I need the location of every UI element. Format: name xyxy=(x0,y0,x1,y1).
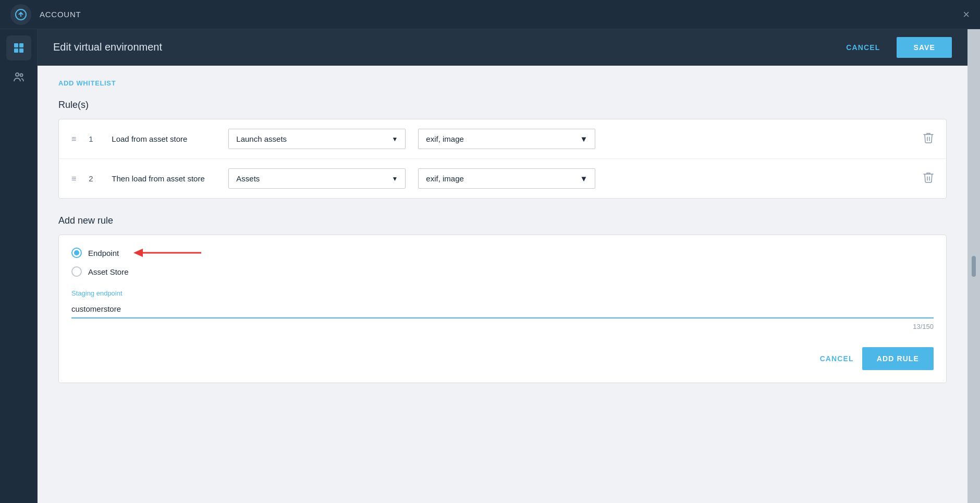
rule-tags-dropdown-2[interactable]: exif, image ▼ xyxy=(418,168,595,189)
add-rule-section-title: Add new rule xyxy=(58,215,947,226)
right-panel xyxy=(967,29,980,503)
add-rule-button[interactable]: ADD RULE xyxy=(862,347,934,370)
scrollbar-handle[interactable] xyxy=(972,256,976,277)
edit-header: Edit virtual environment CANCEL SAVE xyxy=(38,29,967,66)
rule-dropdown-value: Launch assets xyxy=(236,134,287,143)
rule-description: Load from asset store xyxy=(112,134,216,143)
drag-handle-icon[interactable]: ≡ xyxy=(71,134,76,144)
sidebar-item-users[interactable] xyxy=(6,65,31,90)
chevron-down-icon: ▼ xyxy=(580,174,587,183)
endpoint-radio-circle xyxy=(71,248,82,258)
rule-dropdown-2[interactable]: Assets ▼ xyxy=(228,168,406,189)
app-logo xyxy=(10,4,31,25)
add-rule-cancel-button[interactable]: CANCEL xyxy=(820,354,854,363)
rule-dropdown-1[interactable]: Launch assets ▼ xyxy=(228,129,406,149)
rule-number: 2 xyxy=(89,174,99,183)
radio-group: Endpoint Asset Store xyxy=(71,248,934,277)
chevron-down-icon: ▼ xyxy=(391,175,398,182)
staging-label: Staging endpoint xyxy=(71,289,934,297)
chevron-down-icon: ▼ xyxy=(580,134,587,143)
svg-point-6 xyxy=(20,74,22,77)
table-row: ≡ 2 Then load from asset store Assets ▼ … xyxy=(59,159,946,198)
asset-store-radio-item[interactable]: Asset Store xyxy=(71,266,934,277)
header-save-button[interactable]: SAVE xyxy=(897,37,952,58)
add-whitelist-link[interactable]: ADD WHITELIST xyxy=(58,79,116,87)
rules-container: ≡ 1 Load from asset store Launch assets … xyxy=(58,119,947,199)
header-actions: CANCEL SAVE xyxy=(838,37,952,58)
rule-tags-value: exif, image xyxy=(426,174,464,183)
rule-number: 1 xyxy=(89,134,99,143)
rule-tags-dropdown-1[interactable]: exif, image ▼ xyxy=(418,129,595,149)
char-count: 13/150 xyxy=(71,323,934,330)
arrow-annotation xyxy=(133,248,201,258)
staging-input-wrapper xyxy=(71,300,934,318)
svg-rect-4 xyxy=(19,48,23,53)
endpoint-radio-item[interactable]: Endpoint xyxy=(71,248,934,258)
top-bar: ACCOUNT × xyxy=(0,0,980,29)
add-rule-actions: CANCEL ADD RULE xyxy=(71,347,934,370)
table-row: ≡ 1 Load from asset store Launch assets … xyxy=(59,119,946,159)
asset-store-radio-circle xyxy=(71,266,82,277)
svg-point-5 xyxy=(16,73,19,76)
red-arrow-icon xyxy=(133,248,201,258)
main-layout: Edit virtual environment CANCEL SAVE ADD… xyxy=(0,29,980,503)
rule-tags-value: exif, image xyxy=(426,134,464,143)
staging-input[interactable] xyxy=(71,300,934,317)
add-rule-container: Endpoint Asset Store xyxy=(58,235,947,383)
rules-section-title: Rule(s) xyxy=(58,100,947,111)
rule-dropdown-value: Assets xyxy=(236,174,260,183)
drag-handle-icon[interactable]: ≡ xyxy=(71,174,76,183)
content-area: Edit virtual environment CANCEL SAVE ADD… xyxy=(38,29,967,503)
sidebar-item-dashboard[interactable] xyxy=(6,35,31,60)
asset-store-radio-label: Asset Store xyxy=(88,267,129,276)
rule-description: Then load from asset store xyxy=(112,174,216,183)
edit-title: Edit virtual environment xyxy=(53,41,162,53)
top-bar-title: ACCOUNT xyxy=(40,10,81,19)
delete-rule-button[interactable] xyxy=(923,132,934,146)
header-cancel-button[interactable]: CANCEL xyxy=(838,39,888,56)
svg-rect-3 xyxy=(14,48,18,53)
chevron-down-icon: ▼ xyxy=(391,136,398,143)
delete-rule-button[interactable] xyxy=(923,171,934,186)
staging-endpoint-field: Staging endpoint 13/150 xyxy=(71,289,934,330)
svg-marker-8 xyxy=(133,249,143,257)
form-content: ADD WHITELIST Rule(s) ≡ 1 Load from asse… xyxy=(38,66,967,503)
endpoint-radio-label: Endpoint xyxy=(88,249,119,257)
sidebar xyxy=(0,29,38,503)
svg-rect-2 xyxy=(19,43,23,47)
close-button[interactable]: × xyxy=(963,9,970,20)
svg-rect-1 xyxy=(14,43,18,47)
